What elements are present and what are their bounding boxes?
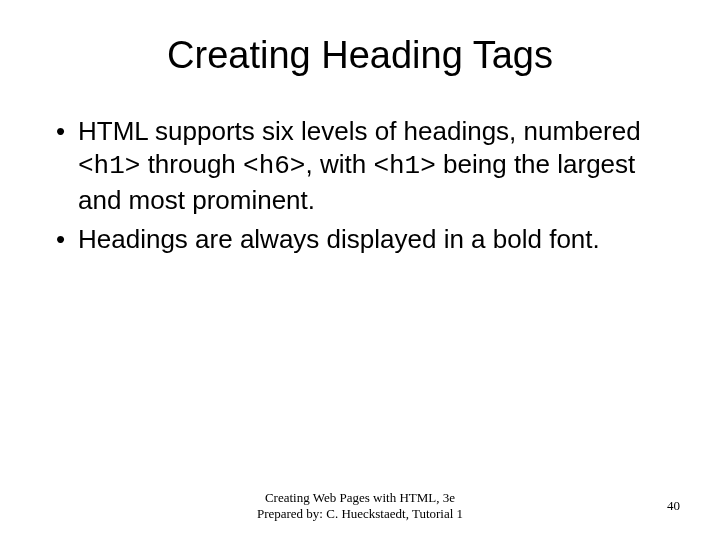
page-number: 40 [667,498,680,514]
slide-title: Creating Heading Tags [50,34,670,77]
code-tag: <h1> [78,151,140,181]
slide-footer: Creating Web Pages with HTML, 3e Prepare… [0,490,720,523]
bullet-text: through [140,149,243,179]
bullet-text: , with [305,149,373,179]
bullet-item: HTML supports six levels of headings, nu… [50,115,670,217]
code-tag: <h1> [373,151,435,181]
slide: Creating Heading Tags HTML supports six … [0,0,720,540]
footer-source-line2: Prepared by: C. Hueckstaedt, Tutorial 1 [210,506,510,522]
slide-body: HTML supports six levels of headings, nu… [50,115,670,256]
code-tag: <h6> [243,151,305,181]
bullet-list: HTML supports six levels of headings, nu… [50,115,670,256]
footer-source-line1: Creating Web Pages with HTML, 3e [210,490,510,506]
bullet-item: Headings are always displayed in a bold … [50,223,670,256]
bullet-text: HTML supports six levels of headings, nu… [78,116,641,146]
footer-center: Creating Web Pages with HTML, 3e Prepare… [210,490,510,523]
bullet-text: Headings are always displayed in a bold … [78,224,600,254]
